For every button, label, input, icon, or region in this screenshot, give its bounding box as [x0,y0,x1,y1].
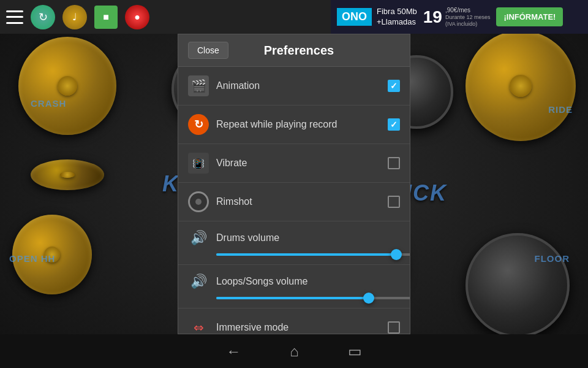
close-hh-cymbal[interactable] [31,159,104,190]
preferences-header: Close Preferences [178,34,410,67]
preferences-dialog: Close Preferences Animation ↻ Repeat whi… [178,34,410,334]
vibrate-icon: 📳 [188,153,209,174]
record-green-icon: ■ [103,12,109,23]
immersive-checkbox[interactable] [388,321,400,334]
loops-volume-header: 🔊 Loops/Songs volume [188,271,400,292]
ad-line1: Fibra 50Mb [377,7,417,17]
immersive-icon-shape: ⇔ [194,320,204,334]
animation-icon [188,75,209,96]
refresh-icon: ↻ [39,10,48,24]
record-red-icon: ● [134,12,140,23]
ad-cta-button[interactable]: ¡INFÓRMATE! [496,7,563,26]
hamburger-line-1 [6,10,23,12]
drums-volume-track[interactable] [216,253,410,256]
hamburger-line-3 [6,22,23,24]
volume-purple-icon: 🔊 [190,274,207,289]
loops-volume-track[interactable] [216,297,410,299]
immersive-icon: ⇔ [188,317,209,334]
drums-volume-fill [216,253,396,256]
rimshot-icon-shape [188,191,209,212]
ride-cymbal[interactable] [466,31,576,141]
record-red-button[interactable]: ● [125,5,149,29]
loops-volume-fill [216,297,369,299]
bottom-nav-bar: ← ⌂ ▭ [0,334,588,368]
ad-price-note: Durante 12 meses(IVA incluido) [445,14,491,28]
metronome-icon: ♩ [72,11,77,23]
repeat-icon-shape: ↻ [188,114,209,135]
vibrate-checkbox[interactable] [388,157,400,169]
drums-volume-icon: 🔊 [188,228,209,248]
pref-item-immersive[interactable]: ⇔ Immersive mode [178,309,410,334]
pref-item-vibrate[interactable]: 📳 Vibrate [178,144,410,183]
animation-icon-shape [188,75,209,96]
loops-volume-row: 🔊 Loops/Songs volume [178,265,410,309]
top-bar-controls: ↻ ♩ ■ ● [6,5,149,29]
menu-button[interactable] [6,10,23,24]
record-green-button[interactable]: ■ [94,6,118,29]
ad-fiber-text: Fibra 50Mb +Llamadas [377,7,417,28]
immersive-label: Immersive mode [216,322,380,333]
ad-price-detail-container: ,90€/mes Durante 12 meses(IVA incluido) [443,7,491,28]
pref-item-repeat[interactable]: ↻ Repeat while playing record [178,105,410,144]
drums-volume-label: Drums volume [216,232,400,243]
ad-line2: +Llamadas [377,17,417,28]
pref-item-rimshot[interactable]: Rimshot [178,183,410,221]
rimshot-checkbox[interactable] [388,196,400,208]
crash-cymbal[interactable] [18,37,116,135]
animation-checkbox[interactable] [388,80,400,92]
vibrate-icon-shape: 📳 [188,153,209,174]
open-hh-label: OPEN HH [9,253,55,264]
drums-volume-thumb[interactable] [391,249,402,260]
floor-drum[interactable] [466,233,570,337]
preferences-title: Preferences [241,44,357,58]
animation-label: Animation [216,80,380,91]
pref-item-animation[interactable]: Animation [178,67,410,105]
home-button[interactable]: ⌂ [290,343,299,360]
preferences-body: Animation ↻ Repeat while playing record … [178,67,410,334]
rimshot-icon [188,191,209,212]
refresh-button[interactable]: ↻ [31,5,55,29]
ad-price-decimal: ,90€/mes [445,7,491,14]
drums-volume-header: 🔊 Drums volume [188,228,400,248]
floor-label: FLOOR [535,253,570,264]
crash-label: CRASH [31,98,66,109]
volume-blue-icon: 🔊 [190,230,207,246]
back-button[interactable]: ← [226,343,241,360]
repeat-label: Repeat while playing record [216,119,380,130]
hamburger-line-2 [6,16,23,18]
ad-brand: ONO [337,8,372,26]
repeat-checkbox[interactable] [388,118,400,131]
loops-volume-thumb[interactable] [363,293,374,304]
ad-price: 19 [423,7,442,27]
close-button[interactable]: Close [188,42,228,59]
drums-volume-row: 🔊 Drums volume [178,221,410,265]
metronome-button[interactable]: ♩ [62,5,87,29]
loops-volume-label: Loops/Songs volume [216,276,400,287]
loops-volume-icon: 🔊 [188,271,209,292]
recents-button[interactable]: ▭ [348,343,362,360]
repeat-icon: ↻ [188,114,209,135]
rimshot-label: Rimshot [216,196,380,207]
ad-banner: ONO Fibra 50Mb +Llamadas 19 ,90€/mes Dur… [331,0,588,34]
ride-label: RIDE [548,104,573,115]
vibrate-label: Vibrate [216,158,380,169]
